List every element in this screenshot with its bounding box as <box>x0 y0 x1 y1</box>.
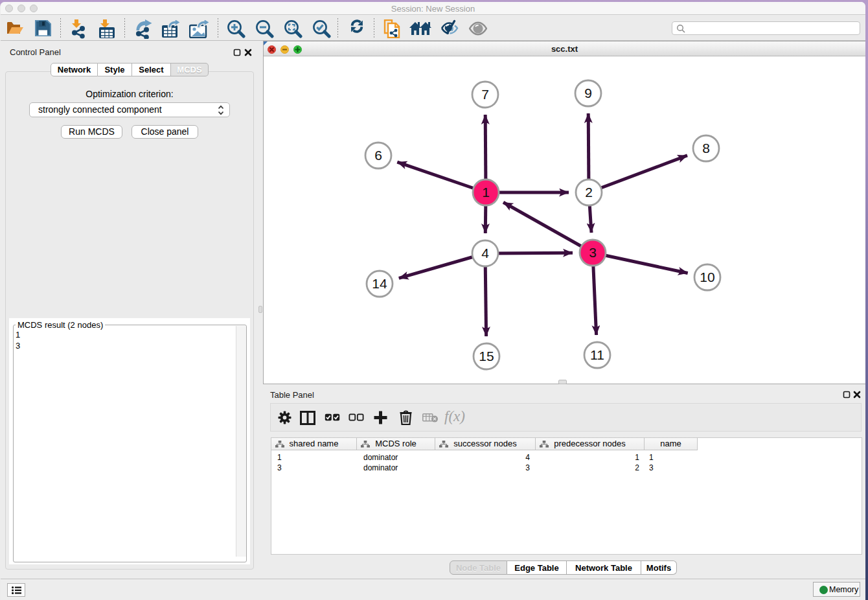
svg-text:15: 15 <box>479 349 494 363</box>
svg-text:6: 6 <box>374 148 382 163</box>
svg-text:1: 1 <box>482 185 490 200</box>
svg-text:14: 14 <box>372 276 387 291</box>
svg-text:7: 7 <box>481 87 489 102</box>
svg-text:3: 3 <box>589 245 597 260</box>
svg-text:4: 4 <box>481 246 489 260</box>
svg-text:8: 8 <box>702 141 710 156</box>
svg-text:9: 9 <box>584 86 592 100</box>
svg-text:10: 10 <box>700 270 714 284</box>
svg-text:2: 2 <box>585 185 593 200</box>
svg-text:11: 11 <box>590 347 604 362</box>
